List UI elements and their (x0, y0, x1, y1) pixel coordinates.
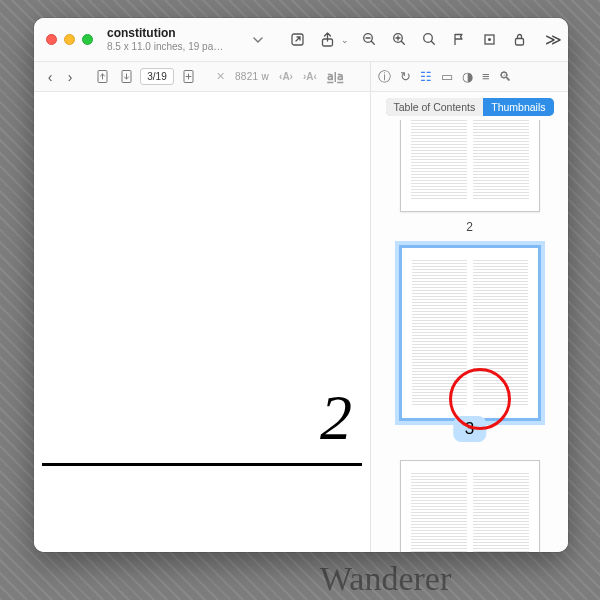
page-icon[interactable]: ▭ (441, 69, 453, 84)
open-external-icon[interactable] (287, 30, 307, 50)
overflow-chevron-icon[interactable]: ≫ (545, 30, 562, 49)
segment-toc[interactable]: Table of Contents (386, 98, 484, 116)
back-button[interactable]: ‹ (42, 69, 58, 85)
thumbnails-mode-icon[interactable]: ☷ (420, 69, 432, 84)
forward-button[interactable]: › (62, 69, 78, 85)
share-icon[interactable] (317, 30, 337, 50)
page-next-icon[interactable] (116, 67, 136, 87)
content-row: 2 Table of Contents Thumbnails 2 3 (34, 92, 568, 552)
document-canvas[interactable]: 2 (34, 92, 370, 552)
thumbnail-list[interactable]: 2 3 (371, 120, 568, 552)
page-large-number: 2 (320, 381, 352, 455)
window-subtitle: 8.5 x 11.0 inches, 19 pages,… (107, 41, 227, 52)
zoom-label: 8821 w (235, 71, 269, 82)
zoom-in-icon[interactable] (389, 30, 409, 50)
crop-icon[interactable] (479, 30, 499, 50)
lock-icon[interactable] (509, 30, 529, 50)
history-icon[interactable]: ↻ (400, 69, 411, 84)
pin-icon[interactable]: ✕ (216, 70, 225, 83)
minimize-window-button[interactable] (64, 34, 75, 45)
info-icon[interactable]: ⓘ (378, 68, 391, 86)
page-add-icon[interactable] (178, 67, 198, 87)
page-number-field[interactable]: 3/19 (140, 68, 174, 85)
thumbnail-page-3[interactable]: 3 (396, 242, 544, 424)
thumbnail-label-2: 2 (395, 218, 544, 242)
titlebar-right-tools: ≫ (359, 30, 562, 50)
toolbar: ‹ › 3/19 ✕ 8821 w ‹A› ›A‹ a̲|a̲ ⓘ ↻ (34, 62, 568, 92)
inspector-tool-row: ⓘ ↻ ☷ ▭ ◑ ≡ 🔍︎ (378, 62, 512, 91)
page-prev-icon[interactable] (92, 67, 112, 87)
segment-thumbnails[interactable]: Thumbnails (483, 98, 553, 116)
share-chevron-icon[interactable]: ⌄ (341, 35, 349, 45)
title-block: constitution 8.5 x 11.0 inches, 19 pages… (107, 27, 227, 51)
flag-icon[interactable] (449, 30, 469, 50)
search-icon[interactable] (419, 30, 439, 50)
preview-window: constitution 8.5 x 11.0 inches, 19 pages… (34, 18, 568, 552)
list-icon[interactable]: ≡ (482, 69, 490, 84)
sidebar: Table of Contents Thumbnails 2 3 (370, 92, 568, 552)
text-smaller-icon[interactable]: ‹A› (279, 71, 293, 82)
text-larger-icon[interactable]: ›A‹ (303, 71, 317, 82)
sidebar-segmented-control[interactable]: Table of Contents Thumbnails (386, 98, 554, 116)
thumbnail-page-4[interactable] (400, 460, 540, 552)
svg-rect-7 (515, 39, 523, 46)
traffic-lights (46, 34, 93, 45)
titlebar: constitution 8.5 x 11.0 inches, 19 pages… (34, 18, 568, 62)
page-rule (42, 463, 362, 466)
zoom-out-icon[interactable] (359, 30, 379, 50)
search-inspector-icon[interactable]: 🔍︎ (499, 69, 512, 84)
dropdown-chevron-icon[interactable] (253, 30, 263, 50)
thumbnail-badge-3: 3 (453, 416, 486, 442)
window-title: constitution (107, 27, 227, 40)
svg-point-6 (488, 38, 491, 41)
dim-icon[interactable]: ◑ (462, 69, 473, 84)
thumbnail-page-2[interactable] (400, 120, 540, 212)
close-window-button[interactable] (46, 34, 57, 45)
text-tool-icon[interactable]: a̲|a̲ (327, 70, 344, 83)
toolbar-divider (370, 62, 371, 91)
zoom-window-button[interactable] (82, 34, 93, 45)
